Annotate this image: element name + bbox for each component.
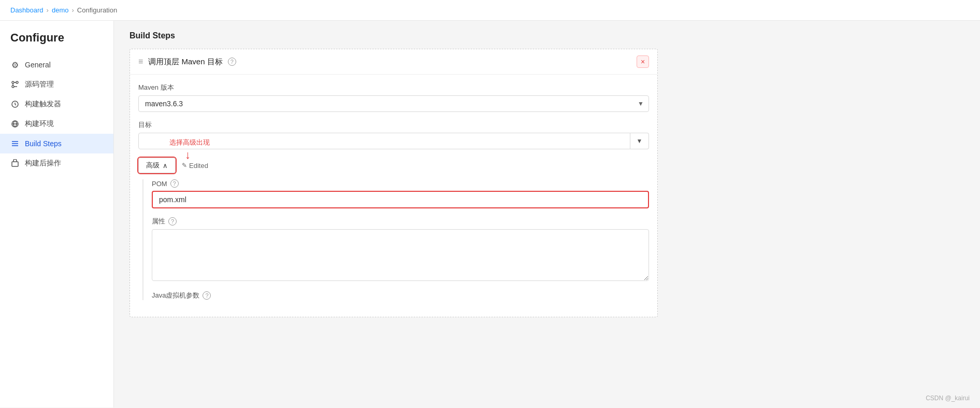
properties-row: 属性 ? — [152, 217, 649, 283]
svg-point-2 — [12, 86, 14, 88]
svg-point-1 — [16, 81, 18, 83]
goals-input-wrapper: ▼ — [138, 133, 649, 149]
goals-input[interactable] — [138, 133, 630, 149]
card-header: ≡ 调用顶层 Maven 目标 ? × — [130, 49, 657, 75]
edited-text: Edited — [189, 162, 208, 170]
properties-help-icon[interactable]: ? — [168, 217, 177, 226]
advanced-label: 高级 — [146, 161, 160, 170]
pom-label: POM — [152, 180, 167, 188]
sidebar-label-triggers: 构建触发器 — [25, 100, 61, 109]
maven-version-select[interactable]: maven3.6.3 maven3.8.1 maven3.9.0 — [138, 95, 649, 112]
pencil-icon: ✎ — [182, 162, 187, 169]
pom-row: POM ? — [152, 179, 649, 208]
sidebar-label-source: 源码管理 — [25, 80, 54, 89]
help-icon[interactable]: ? — [228, 58, 236, 66]
globe-icon — [10, 119, 20, 129]
sidebar-item-general[interactable]: ⚙ General — [0, 55, 113, 75]
build-step-card: ≡ 调用顶层 Maven 目标 ? × Maven 版本 maven3.6.3 — [129, 49, 658, 317]
maven-version-label: Maven 版本 — [138, 83, 649, 92]
goals-label: 目标 — [138, 120, 649, 130]
sidebar-item-source[interactable]: 源码管理 — [0, 75, 113, 94]
sidebar: Configure ⚙ General 源码管理 — [0, 21, 114, 407]
maven-version-select-wrapper: maven3.6.3 maven3.8.1 maven3.9.0 ▼ — [138, 95, 649, 112]
sidebar-label-general: General — [25, 61, 51, 69]
pom-help-icon[interactable]: ? — [170, 179, 179, 188]
clock-icon — [10, 100, 20, 109]
advanced-row: 选择高级出现 ↓ 高级 ∧ ✎ Edited — [138, 158, 649, 173]
sidebar-title: Configure — [0, 31, 113, 55]
package-icon — [10, 159, 20, 168]
sidebar-item-post-build[interactable]: 构建后操作 — [0, 153, 113, 173]
advanced-fields: POM ? 属性 ? — [142, 179, 649, 300]
card-title: 调用顶层 Maven 目标 — [148, 57, 222, 67]
source-icon — [10, 80, 20, 89]
sidebar-label-post-build: 构建后操作 — [25, 159, 61, 168]
close-icon: × — [641, 58, 645, 66]
breadcrumb-configuration: Configuration — [77, 6, 117, 14]
build-steps-icon — [10, 139, 20, 148]
breadcrumb: Dashboard › demo › Configuration — [0, 0, 980, 21]
breadcrumb-demo[interactable]: demo — [52, 6, 69, 14]
properties-label: 属性 — [152, 217, 165, 226]
sidebar-item-env[interactable]: 构建环境 — [0, 114, 113, 134]
gear-icon: ⚙ — [10, 60, 20, 69]
card-header-left: ≡ 调用顶层 Maven 目标 ? — [138, 57, 236, 67]
java-opts-row: Java虚拟机参数 ? — [152, 291, 649, 300]
svg-rect-8 — [12, 162, 18, 166]
goals-dropdown-button[interactable]: ▼ — [630, 133, 649, 149]
watermark: CSDN @_kairui — [926, 395, 970, 402]
page-title: Build Steps — [129, 31, 964, 40]
chevron-up-icon: ∧ — [163, 162, 168, 170]
breadcrumb-dashboard[interactable]: Dashboard — [10, 6, 44, 14]
properties-textarea[interactable] — [152, 229, 649, 281]
card-body: Maven 版本 maven3.6.3 maven3.8.1 maven3.9.… — [130, 75, 657, 317]
close-button[interactable]: × — [637, 55, 649, 68]
sidebar-label-build-steps: Build Steps — [25, 139, 62, 148]
pom-input[interactable] — [152, 191, 649, 208]
sidebar-item-build-steps[interactable]: Build Steps — [0, 134, 113, 153]
advanced-button[interactable]: 高级 ∧ — [138, 158, 176, 173]
svg-point-0 — [12, 81, 14, 83]
java-opts-label: Java虚拟机参数 — [152, 291, 199, 300]
sidebar-item-triggers[interactable]: 构建触发器 — [0, 94, 113, 114]
maven-version-row: Maven 版本 maven3.6.3 maven3.8.1 maven3.9.… — [138, 83, 649, 112]
edited-label: ✎ Edited — [182, 162, 208, 170]
chevron-down-icon: ▼ — [637, 137, 643, 145]
goals-row: 目标 ▼ — [138, 120, 649, 149]
drag-handle-icon[interactable]: ≡ — [138, 57, 143, 66]
java-opts-help-icon[interactable]: ? — [203, 291, 211, 300]
main-content: Build Steps ≡ 调用顶层 Maven 目标 ? × Maven 版本 — [114, 21, 980, 407]
sidebar-label-env: 构建环境 — [25, 119, 54, 129]
annotation-arrow-icon: ↓ — [185, 148, 191, 162]
